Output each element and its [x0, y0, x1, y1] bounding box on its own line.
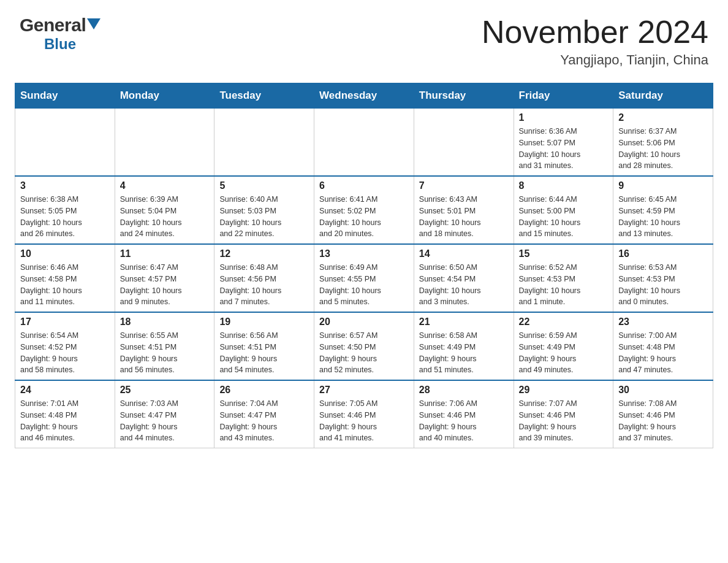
day-number: 24	[20, 385, 110, 396]
day-info: Sunrise: 7:00 AM Sunset: 4:48 PM Dayligh…	[618, 330, 708, 376]
logo-blue-text: Blue	[44, 36, 76, 53]
day-info: Sunrise: 6:50 AM Sunset: 4:54 PM Dayligh…	[419, 262, 509, 308]
day-number: 29	[519, 385, 609, 396]
calendar-cell: 15Sunrise: 6:52 AM Sunset: 4:53 PM Dayli…	[514, 244, 613, 312]
day-number: 15	[519, 248, 609, 259]
day-number: 12	[219, 248, 309, 259]
day-info: Sunrise: 6:43 AM Sunset: 5:01 PM Dayligh…	[419, 194, 509, 240]
day-info: Sunrise: 6:48 AM Sunset: 4:56 PM Dayligh…	[219, 262, 309, 308]
day-info: Sunrise: 6:54 AM Sunset: 4:52 PM Dayligh…	[20, 330, 110, 376]
svg-marker-0	[87, 18, 100, 29]
day-info: Sunrise: 7:06 AM Sunset: 4:46 PM Dayligh…	[419, 398, 509, 444]
day-info: Sunrise: 6:39 AM Sunset: 5:04 PM Dayligh…	[120, 194, 210, 240]
calendar-cell	[15, 109, 115, 177]
day-info: Sunrise: 6:58 AM Sunset: 4:49 PM Dayligh…	[419, 330, 509, 376]
calendar-cell: 10Sunrise: 6:46 AM Sunset: 4:58 PM Dayli…	[15, 244, 115, 312]
day-number: 5	[219, 180, 309, 191]
day-info: Sunrise: 6:56 AM Sunset: 4:51 PM Dayligh…	[219, 330, 309, 376]
day-number: 26	[219, 385, 309, 396]
day-info: Sunrise: 6:53 AM Sunset: 4:53 PM Dayligh…	[618, 262, 708, 308]
calendar-cell: 25Sunrise: 7:03 AM Sunset: 4:47 PM Dayli…	[115, 380, 214, 448]
day-info: Sunrise: 6:45 AM Sunset: 4:59 PM Dayligh…	[618, 194, 708, 240]
day-info: Sunrise: 7:08 AM Sunset: 4:46 PM Dayligh…	[618, 398, 708, 444]
page-header: General Blue November 2024 Yangjiapo, Ti…	[0, 0, 728, 78]
calendar-cell: 2Sunrise: 6:37 AM Sunset: 5:06 PM Daylig…	[613, 109, 713, 177]
calendar-cell	[414, 109, 514, 177]
day-number: 17	[20, 316, 110, 327]
month-year-title: November 2024	[482, 15, 708, 50]
calendar-cell: 8Sunrise: 6:44 AM Sunset: 5:00 PM Daylig…	[514, 176, 613, 244]
location-subtitle: Yangjiapo, Tianjin, China	[482, 52, 708, 68]
day-number: 13	[319, 248, 409, 259]
calendar-cell: 27Sunrise: 7:05 AM Sunset: 4:46 PM Dayli…	[314, 380, 414, 448]
day-info: Sunrise: 6:47 AM Sunset: 4:57 PM Dayligh…	[120, 262, 210, 308]
day-info: Sunrise: 7:01 AM Sunset: 4:48 PM Dayligh…	[20, 398, 110, 444]
day-number: 25	[120, 385, 210, 396]
day-number: 16	[618, 248, 708, 259]
logo-triangle-icon	[87, 18, 100, 32]
calendar-cell	[115, 109, 214, 177]
calendar-cell: 1Sunrise: 6:36 AM Sunset: 5:07 PM Daylig…	[514, 109, 613, 177]
day-number: 2	[618, 112, 708, 123]
calendar-cell: 26Sunrise: 7:04 AM Sunset: 4:47 PM Dayli…	[214, 380, 314, 448]
calendar-header-row: SundayMondayTuesdayWednesdayThursdayFrid…	[15, 83, 713, 109]
calendar-table: SundayMondayTuesdayWednesdayThursdayFrid…	[15, 83, 713, 448]
day-number: 8	[519, 180, 609, 191]
day-of-week-header: Monday	[115, 83, 214, 109]
day-info: Sunrise: 6:52 AM Sunset: 4:53 PM Dayligh…	[519, 262, 609, 308]
calendar-cell: 18Sunrise: 6:55 AM Sunset: 4:51 PM Dayli…	[115, 312, 214, 380]
calendar-cell: 21Sunrise: 6:58 AM Sunset: 4:49 PM Dayli…	[414, 312, 514, 380]
calendar-cell	[214, 109, 314, 177]
calendar-cell: 17Sunrise: 6:54 AM Sunset: 4:52 PM Dayli…	[15, 312, 115, 380]
day-info: Sunrise: 6:59 AM Sunset: 4:49 PM Dayligh…	[519, 330, 609, 376]
day-number: 7	[419, 180, 509, 191]
day-of-week-header: Sunday	[15, 83, 115, 109]
day-number: 11	[120, 248, 210, 259]
day-of-week-header: Friday	[514, 83, 613, 109]
logo: General Blue	[20, 15, 100, 53]
day-of-week-header: Wednesday	[314, 83, 414, 109]
calendar-cell: 30Sunrise: 7:08 AM Sunset: 4:46 PM Dayli…	[613, 380, 713, 448]
day-info: Sunrise: 6:44 AM Sunset: 5:00 PM Dayligh…	[519, 194, 609, 240]
day-of-week-header: Saturday	[613, 83, 713, 109]
calendar-cell: 29Sunrise: 7:07 AM Sunset: 4:46 PM Dayli…	[514, 380, 613, 448]
day-number: 14	[419, 248, 509, 259]
day-info: Sunrise: 7:05 AM Sunset: 4:46 PM Dayligh…	[319, 398, 409, 444]
calendar-cell: 9Sunrise: 6:45 AM Sunset: 4:59 PM Daylig…	[613, 176, 713, 244]
day-number: 9	[618, 180, 708, 191]
day-number: 10	[20, 248, 110, 259]
day-info: Sunrise: 6:38 AM Sunset: 5:05 PM Dayligh…	[20, 194, 110, 240]
day-number: 1	[519, 112, 609, 123]
day-number: 22	[519, 316, 609, 327]
title-block: November 2024 Yangjiapo, Tianjin, China	[482, 15, 708, 68]
day-info: Sunrise: 6:57 AM Sunset: 4:50 PM Dayligh…	[319, 330, 409, 376]
calendar-cell: 7Sunrise: 6:43 AM Sunset: 5:01 PM Daylig…	[414, 176, 514, 244]
logo-general-text: General	[20, 15, 86, 36]
day-info: Sunrise: 7:07 AM Sunset: 4:46 PM Dayligh…	[519, 398, 609, 444]
day-info: Sunrise: 7:03 AM Sunset: 4:47 PM Dayligh…	[120, 398, 210, 444]
day-number: 20	[319, 316, 409, 327]
day-info: Sunrise: 7:04 AM Sunset: 4:47 PM Dayligh…	[219, 398, 309, 444]
day-of-week-header: Thursday	[414, 83, 514, 109]
calendar-cell: 13Sunrise: 6:49 AM Sunset: 4:55 PM Dayli…	[314, 244, 414, 312]
calendar-cell: 5Sunrise: 6:40 AM Sunset: 5:03 PM Daylig…	[214, 176, 314, 244]
calendar-cell: 12Sunrise: 6:48 AM Sunset: 4:56 PM Dayli…	[214, 244, 314, 312]
calendar-cell: 16Sunrise: 6:53 AM Sunset: 4:53 PM Dayli…	[613, 244, 713, 312]
calendar-cell	[314, 109, 414, 177]
calendar-cell: 14Sunrise: 6:50 AM Sunset: 4:54 PM Dayli…	[414, 244, 514, 312]
day-number: 3	[20, 180, 110, 191]
day-info: Sunrise: 6:55 AM Sunset: 4:51 PM Dayligh…	[120, 330, 210, 376]
calendar-cell: 23Sunrise: 7:00 AM Sunset: 4:48 PM Dayli…	[613, 312, 713, 380]
day-number: 18	[120, 316, 210, 327]
calendar-cell: 4Sunrise: 6:39 AM Sunset: 5:04 PM Daylig…	[115, 176, 214, 244]
calendar-cell: 6Sunrise: 6:41 AM Sunset: 5:02 PM Daylig…	[314, 176, 414, 244]
calendar-cell: 28Sunrise: 7:06 AM Sunset: 4:46 PM Dayli…	[414, 380, 514, 448]
calendar-cell: 3Sunrise: 6:38 AM Sunset: 5:05 PM Daylig…	[15, 176, 115, 244]
calendar-cell: 20Sunrise: 6:57 AM Sunset: 4:50 PM Dayli…	[314, 312, 414, 380]
day-info: Sunrise: 6:37 AM Sunset: 5:06 PM Dayligh…	[618, 126, 708, 172]
calendar-cell: 22Sunrise: 6:59 AM Sunset: 4:49 PM Dayli…	[514, 312, 613, 380]
day-info: Sunrise: 6:36 AM Sunset: 5:07 PM Dayligh…	[519, 126, 609, 172]
day-info: Sunrise: 6:41 AM Sunset: 5:02 PM Dayligh…	[319, 194, 409, 240]
calendar-cell: 11Sunrise: 6:47 AM Sunset: 4:57 PM Dayli…	[115, 244, 214, 312]
day-info: Sunrise: 6:40 AM Sunset: 5:03 PM Dayligh…	[219, 194, 309, 240]
